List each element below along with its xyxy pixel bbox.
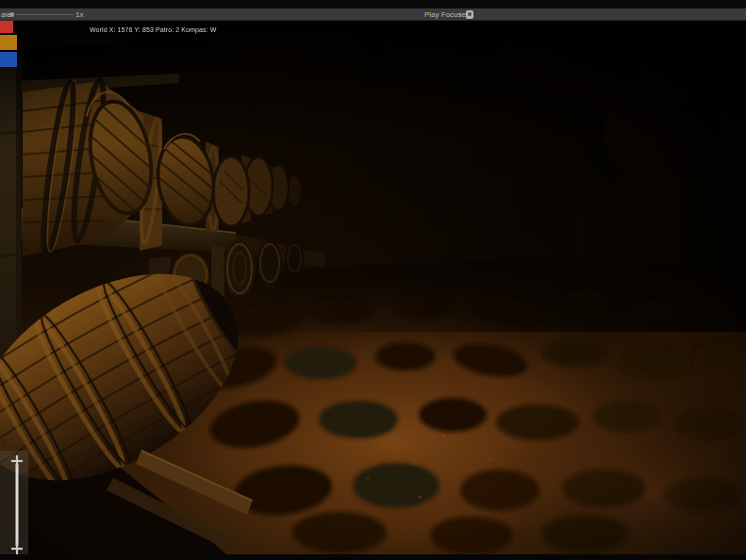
scale-value: 1x [75,9,83,20]
slider-handle-bottom[interactable] [11,543,23,554]
scale-slider-track[interactable] [16,14,74,15]
vertical-slider[interactable] [0,451,28,554]
game-viewport[interactable] [0,21,746,554]
hud-bar-blue [0,52,17,67]
cellar-scene [0,21,746,554]
play-focused-dropdown[interactable]: Play Focused [424,9,470,20]
chevron-down-icon[interactable]: ▾ [458,9,461,20]
hud-bar-red [0,21,13,33]
top-letterbox [0,0,746,8]
bottom-letterbox [0,554,746,560]
slider-handle-top[interactable] [11,455,23,467]
hud-bar-amber [0,35,17,50]
scale-slider-handle[interactable] [9,12,14,17]
camera-icon[interactable] [466,10,473,19]
shadow-overlays [0,21,746,554]
hud-status-text: World X: 1576 Y: 853 Patro: 2 Kompas: W [90,26,216,33]
zoom-slider-panel [0,451,28,554]
game-view-toolbar: ale 1x Play Focused ▾ [0,8,746,21]
